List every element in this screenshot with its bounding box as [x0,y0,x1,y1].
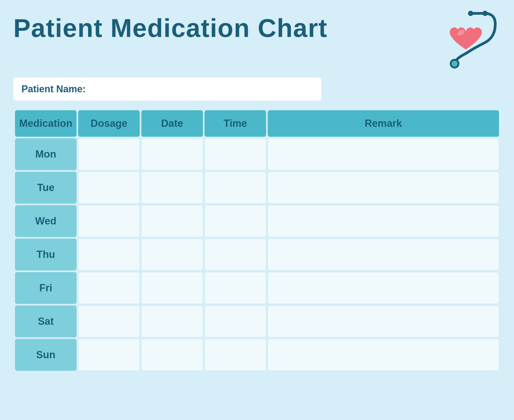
table-row: Thu [15,239,499,270]
day-cell-sun: Sun [15,339,77,371]
svg-point-2 [482,11,488,16]
data-cell[interactable] [78,272,140,304]
data-cell[interactable] [78,339,140,371]
data-cell[interactable] [205,306,266,337]
data-cell[interactable] [268,205,499,237]
day-cell-tue: Tue [15,172,77,204]
table-header-row: Medication Dosage Date Time Remark [15,110,499,137]
page-container: Patient Medication Chart Patient Na [0,0,514,420]
svg-point-4 [452,61,458,67]
data-cell[interactable] [141,306,203,337]
data-cell[interactable] [205,339,266,371]
page-title: Patient Medication Chart [13,11,327,43]
day-cell-sat: Sat [15,306,77,337]
header-time: Time [205,110,266,137]
data-cell[interactable] [268,239,499,270]
medical-icon [431,11,501,70]
data-cell[interactable] [268,339,499,371]
svg-point-1 [468,11,473,16]
data-cell[interactable] [141,172,203,204]
data-cell[interactable] [141,138,203,170]
data-cell[interactable] [268,138,499,170]
patient-name-label: Patient Name: [21,83,86,94]
header-date: Date [141,110,203,137]
table-row: Tue [15,172,499,204]
data-cell[interactable] [205,172,266,204]
patient-name-bar: Patient Name: [13,78,321,101]
data-cell[interactable] [141,339,203,371]
day-cell-fri: Fri [15,272,77,304]
header-section: Patient Medication Chart [13,11,501,70]
table-row: Sun [15,339,499,371]
data-cell[interactable] [141,272,203,304]
day-cell-wed: Wed [15,205,77,237]
day-cell-mon: Mon [15,138,77,170]
data-cell[interactable] [78,205,140,237]
header-remark: Remark [268,110,499,137]
data-cell[interactable] [268,272,499,304]
table-row: Sat [15,306,499,337]
data-cell[interactable] [268,306,499,337]
table-row: Wed [15,205,499,237]
data-cell[interactable] [141,239,203,270]
data-cell[interactable] [141,205,203,237]
data-cell[interactable] [268,172,499,204]
data-cell[interactable] [205,138,266,170]
table-row: Fri [15,272,499,304]
data-cell[interactable] [205,239,266,270]
header-medication: Medication [15,110,77,137]
header-dosage: Dosage [78,110,140,137]
data-cell[interactable] [78,138,140,170]
data-cell[interactable] [78,172,140,204]
table-row: Mon [15,138,499,170]
data-cell[interactable] [78,306,140,337]
data-cell[interactable] [78,239,140,270]
day-cell-thu: Thu [15,239,77,270]
medication-table: Medication Dosage Date Time Remark MonTu… [13,109,501,372]
data-cell[interactable] [205,205,266,237]
data-cell[interactable] [205,272,266,304]
